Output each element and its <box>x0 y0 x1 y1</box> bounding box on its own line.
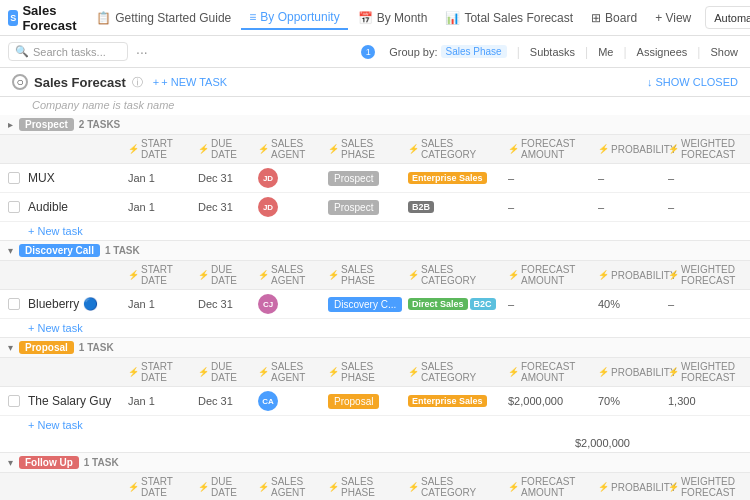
task-name[interactable]: MUX <box>28 171 128 185</box>
task-row: MUX Jan 1 Dec 31 JD Prospect Enterprise … <box>0 164 750 193</box>
task-checkbox[interactable] <box>8 298 28 310</box>
tab-icon: 📅 <box>358 11 373 25</box>
group-proposal: ▾ Proposal 1 TASK ⚡START DATE ⚡DUE DATE … <box>0 338 750 453</box>
toolbar-filters: 1 Group by: Sales Phase | Subtasks | Me … <box>357 43 742 61</box>
task-category: Enterprise Sales <box>408 172 508 184</box>
group-prospect-header: ▸ Prospect 2 TASKS <box>0 115 750 135</box>
task-forecast: – <box>508 298 598 310</box>
task-probability: – <box>598 201 668 213</box>
group-toggle-followup[interactable]: ▾ <box>8 457 13 468</box>
task-due-date: Dec 31 <box>198 172 258 184</box>
proposal-task-count: 1 TASK <box>79 342 114 353</box>
task-probability: 40% <box>598 298 668 310</box>
avatar: JD <box>258 197 278 217</box>
proposal-badge: Proposal <box>19 341 74 354</box>
filter-count-badge[interactable]: 1 <box>357 43 379 61</box>
group-toggle-proposal[interactable]: ▾ <box>8 342 13 353</box>
task-weighted: – <box>668 298 750 310</box>
followup-task-count: 1 TASK <box>84 457 119 468</box>
group-prospect: ▸ Prospect 2 TASKS ⚡START DATE ⚡DUE DATE… <box>0 115 750 241</box>
group-label-proposal: Proposal 1 TASK <box>19 341 114 354</box>
prospect-badge: Prospect <box>19 118 74 131</box>
group-label-prospect: Prospect 2 TASKS <box>19 118 120 131</box>
task-agent: JD <box>258 197 328 217</box>
group-toggle-discovery[interactable]: ▾ <box>8 245 13 256</box>
group-total-proposal: $2,000,000 <box>0 434 750 452</box>
page-title: Sales Forecast <box>34 75 126 90</box>
logo-icon: S <box>8 10 18 26</box>
task-agent: JD <box>258 168 328 188</box>
prospect-task-count: 2 TASKS <box>79 119 121 130</box>
me-filter[interactable]: Me <box>594 44 617 60</box>
task-checkbox[interactable] <box>8 395 28 407</box>
col-headers-prospect: ⚡START DATE ⚡DUE DATE ⚡SALES AGENT ⚡SALE… <box>0 135 750 164</box>
show-closed-button[interactable]: ↓ SHOW CLOSED <box>647 76 738 88</box>
group-label-discovery: Discovery Call 1 TASK <box>19 244 140 257</box>
task-agent: CJ <box>258 294 328 314</box>
task-name[interactable]: The Salary Guy <box>28 394 128 408</box>
main-content: ○ Sales Forecast ⓘ + + NEW TASK ↓ SHOW C… <box>0 68 750 500</box>
tab-add-view[interactable]: + View <box>647 7 699 29</box>
app-title: Sales Forecast <box>22 3 82 33</box>
filter-divider-3: | <box>623 45 626 59</box>
emoji-icon: 🔵 <box>83 297 98 311</box>
group-discovery-header: ▾ Discovery Call 1 TASK <box>0 241 750 261</box>
filter-count: 1 <box>361 45 375 59</box>
group-toggle-prospect[interactable]: ▸ <box>8 119 13 130</box>
assignees-filter[interactable]: Assignees <box>633 44 692 60</box>
subtasks-filter[interactable]: Subtasks <box>526 44 579 60</box>
search-box[interactable]: 🔍 Search tasks... <box>8 42 128 61</box>
app-logo: S Sales Forecast <box>8 3 82 33</box>
task-phase: Prospect <box>328 171 408 186</box>
task-name[interactable]: Audible <box>28 200 128 214</box>
automate-button[interactable]: Automate ▾ <box>705 6 750 29</box>
tab-icon: 📋 <box>96 11 111 25</box>
add-task-row-proposal[interactable]: + New task <box>0 416 750 434</box>
category-tag: Enterprise Sales <box>408 172 487 184</box>
task-phase: Prospect <box>328 200 408 215</box>
tab-by-opportunity[interactable]: ≡ By Opportunity <box>241 6 347 30</box>
category-tag: Enterprise Sales <box>408 395 487 407</box>
plus-icon: + <box>153 76 159 88</box>
sales-phase-filter-tag: Sales Phase <box>441 45 507 58</box>
task-due-date: Dec 31 <box>198 201 258 213</box>
col-headers-proposal: ⚡START DATE ⚡DUE DATE ⚡SALES AGENT ⚡SALE… <box>0 358 750 387</box>
company-hint: Company name is task name <box>0 97 750 115</box>
task-checkbox[interactable] <box>8 201 28 213</box>
task-row: The Salary Guy Jan 1 Dec 31 CA Proposal … <box>0 387 750 416</box>
phase-tag: Prospect <box>328 200 379 215</box>
task-forecast: $2,000,000 <box>508 395 598 407</box>
task-name[interactable]: Blueberry 🔵 <box>28 297 128 311</box>
task-weighted: 1,300 <box>668 395 750 407</box>
tab-getting-started[interactable]: 📋 Getting Started Guide <box>88 7 239 29</box>
task-probability: – <box>598 172 668 184</box>
collapse-icon[interactable]: ○ <box>12 74 28 90</box>
top-nav: S Sales Forecast 📋 Getting Started Guide… <box>0 0 750 36</box>
category-tag: Direct Sales <box>408 298 468 310</box>
more-options-icon[interactable]: ··· <box>136 44 148 60</box>
task-start-date: Jan 1 <box>128 201 198 213</box>
task-checkbox[interactable] <box>8 172 28 184</box>
tab-icon: 📊 <box>445 11 460 25</box>
new-task-button[interactable]: + + NEW TASK <box>149 74 231 90</box>
task-probability: 70% <box>598 395 668 407</box>
task-forecast: – <box>508 172 598 184</box>
group-by-filter[interactable]: Group by: Sales Phase <box>385 43 510 60</box>
group-followup-header: ▾ Follow Up 1 TASK <box>0 453 750 473</box>
add-task-row-prospect[interactable]: + New task <box>0 222 750 240</box>
followup-badge: Follow Up <box>19 456 79 469</box>
col-headers-discovery: ⚡START DATE ⚡DUE DATE ⚡SALES AGENT ⚡SALE… <box>0 261 750 290</box>
group-followup: ▾ Follow Up 1 TASK ⚡START DATE ⚡DUE DATE… <box>0 453 750 500</box>
show-filter[interactable]: Show <box>706 44 742 60</box>
info-icon[interactable]: ⓘ <box>132 75 143 90</box>
task-start-date: Jan 1 <box>128 298 198 310</box>
avatar: CA <box>258 391 278 411</box>
task-row: Audible Jan 1 Dec 31 JD Prospect B2B – –… <box>0 193 750 222</box>
add-task-row-discovery[interactable]: + New task <box>0 319 750 337</box>
tab-total-forecast[interactable]: 📊 Total Sales Forecast <box>437 7 581 29</box>
task-row: Blueberry 🔵 Jan 1 Dec 31 CJ Discovery C.… <box>0 290 750 319</box>
group-discovery: ▾ Discovery Call 1 TASK ⚡START DATE ⚡DUE… <box>0 241 750 338</box>
tab-board[interactable]: ⊞ Board <box>583 7 645 29</box>
tab-by-month[interactable]: 📅 By Month <box>350 7 436 29</box>
phase-tag: Discovery C... <box>328 297 402 312</box>
